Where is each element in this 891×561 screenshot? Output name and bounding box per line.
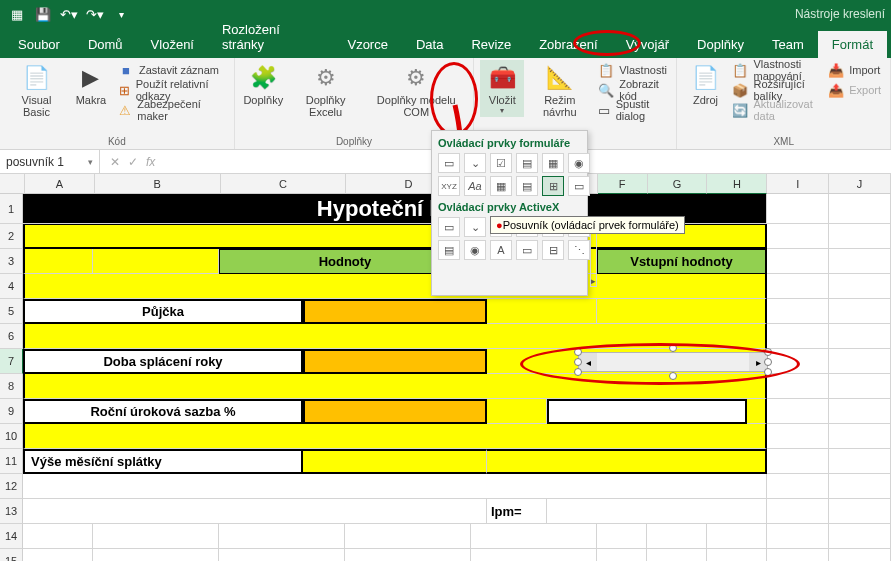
row-header[interactable]: 10: [0, 424, 23, 449]
row-header[interactable]: 3: [0, 249, 23, 274]
cell[interactable]: [767, 299, 829, 324]
select-all-button[interactable]: [0, 174, 25, 194]
properties-button[interactable]: 📋 Vlastnosti: [595, 60, 670, 80]
row-header[interactable]: 5: [0, 299, 23, 324]
cell[interactable]: [303, 399, 487, 424]
tab-vlozeni[interactable]: Vložení: [137, 31, 208, 58]
visual-basic-button[interactable]: 📄 Visual Basic: [6, 60, 67, 120]
cell[interactable]: [93, 249, 219, 274]
col-header[interactable]: H: [707, 174, 767, 194]
cell[interactable]: [707, 524, 767, 549]
tab-soubor[interactable]: Soubor: [4, 31, 74, 58]
form-scrollbar-control[interactable]: ⊞: [542, 176, 564, 196]
cell[interactable]: [547, 399, 747, 424]
cell[interactable]: Roční úroková sazba %: [23, 399, 303, 424]
enter-formula-button[interactable]: ✓: [128, 155, 138, 169]
cell[interactable]: [23, 374, 767, 399]
row-header[interactable]: 8: [0, 374, 23, 399]
tab-vyvojar[interactable]: Vývojář: [612, 31, 683, 58]
cell[interactable]: [23, 424, 767, 449]
cell[interactable]: [829, 349, 891, 374]
cell[interactable]: [471, 524, 597, 549]
cell[interactable]: [829, 274, 891, 299]
cell[interactable]: [767, 399, 829, 424]
insert-controls-button[interactable]: 🧰 Vložit ▾: [480, 60, 524, 117]
row-header[interactable]: 6: [0, 324, 23, 349]
tab-vzorce[interactable]: Vzorce: [333, 31, 401, 58]
cell[interactable]: [303, 349, 487, 374]
cell[interactable]: [829, 424, 891, 449]
form-label-control[interactable]: XYZ: [438, 176, 460, 196]
row-header[interactable]: 1: [0, 194, 23, 224]
row-header[interactable]: 15: [0, 549, 23, 561]
row-header[interactable]: 13: [0, 499, 23, 524]
form-listbox-control[interactable]: ▦: [542, 153, 564, 173]
col-header[interactable]: C: [221, 174, 347, 194]
redo-button[interactable]: ↷▾: [84, 3, 106, 25]
relative-refs-button[interactable]: ⊞ Použít relativní odkazy: [115, 80, 228, 100]
cell[interactable]: [829, 524, 891, 549]
cancel-formula-button[interactable]: ✕: [110, 155, 120, 169]
cell[interactable]: [23, 549, 93, 561]
row-header[interactable]: 7: [0, 349, 23, 374]
macro-security-button[interactable]: ⚠ Zabezpečení maker: [115, 100, 228, 120]
cell[interactable]: Výše měsíční splátky: [23, 449, 303, 474]
cell[interactable]: [597, 524, 647, 549]
cell[interactable]: [767, 524, 829, 549]
col-header[interactable]: I: [767, 174, 829, 194]
import-button[interactable]: 📥 Import: [825, 60, 884, 80]
cell[interactable]: [767, 249, 829, 274]
cell[interactable]: [829, 399, 891, 424]
row-header[interactable]: 12: [0, 474, 23, 499]
view-code-button[interactable]: 🔍 Zobrazit kód: [595, 80, 670, 100]
cell[interactable]: [829, 324, 891, 349]
tab-doplnky[interactable]: Doplňky: [683, 31, 758, 58]
col-header[interactable]: J: [829, 174, 891, 194]
row-header[interactable]: 9: [0, 399, 23, 424]
cell[interactable]: Ipm=: [487, 499, 547, 524]
cell[interactable]: [597, 549, 647, 561]
form-groupbox-control[interactable]: Aa: [464, 176, 486, 196]
tab-domu[interactable]: Domů: [74, 31, 137, 58]
form-image2-control[interactable]: ▭: [568, 176, 590, 196]
row-header[interactable]: 4: [0, 274, 23, 299]
cell[interactable]: [829, 374, 891, 399]
tab-rozlozeni[interactable]: Rozložení stránky: [208, 16, 333, 58]
name-box[interactable]: posuvník 1▾: [0, 150, 100, 173]
ax-combobox-control[interactable]: ⌄: [464, 217, 486, 237]
cell[interactable]: [547, 499, 767, 524]
cell[interactable]: [23, 324, 767, 349]
cell[interactable]: [23, 524, 93, 549]
ax-image-control[interactable]: ▭: [516, 240, 538, 260]
cell[interactable]: [767, 324, 829, 349]
tab-zobrazeni[interactable]: Zobrazení: [525, 31, 612, 58]
cell[interactable]: [487, 399, 547, 424]
tab-team[interactable]: Team: [758, 31, 818, 58]
cell[interactable]: [767, 474, 829, 499]
ax-option-control[interactable]: ◉: [464, 240, 486, 260]
cell[interactable]: [303, 449, 487, 474]
cell[interactable]: [303, 299, 487, 324]
cell[interactable]: Doba splácení roky: [23, 349, 303, 374]
map-properties-button[interactable]: 📋 Vlastnosti mapování: [729, 60, 823, 80]
cell[interactable]: [219, 524, 345, 549]
cell[interactable]: [345, 549, 471, 561]
cell[interactable]: [767, 194, 829, 224]
cell[interactable]: [829, 224, 891, 249]
undo-button[interactable]: ↶▾: [58, 3, 80, 25]
cell[interactable]: [829, 194, 891, 224]
form-combo2-control[interactable]: ▤: [516, 176, 538, 196]
cell[interactable]: [829, 299, 891, 324]
cell[interactable]: [767, 549, 829, 561]
excel-addins-button[interactable]: ⚙ Doplňky Excelu: [288, 60, 363, 120]
row-header[interactable]: 14: [0, 524, 23, 549]
tab-data[interactable]: Data: [402, 31, 457, 58]
cell[interactable]: [647, 549, 707, 561]
cell[interactable]: [767, 499, 829, 524]
ax-button-control[interactable]: ▭: [438, 217, 460, 237]
cell[interactable]: [597, 299, 767, 324]
form-textfield-control[interactable]: ▦: [490, 176, 512, 196]
cell[interactable]: [829, 249, 891, 274]
record-macro-button[interactable]: ■ Zastavit záznam: [115, 60, 228, 80]
cell[interactable]: [829, 449, 891, 474]
